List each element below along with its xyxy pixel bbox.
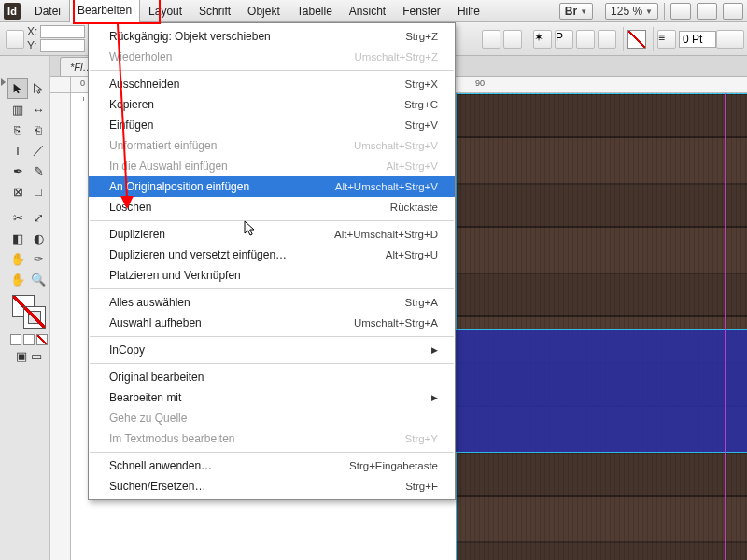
fill-stroke-proxy[interactable] <box>10 293 48 330</box>
select-container-icon[interactable] <box>482 30 500 49</box>
menu-item-label: Original bearbeiten <box>109 371 438 384</box>
menu-item[interactable]: Bearbeiten mit▶ <box>89 387 455 408</box>
x-field[interactable] <box>40 25 85 38</box>
menu-item[interactable]: Schnell anwenden…Strg+Eingabetaste <box>89 455 455 476</box>
menu-datei[interactable]: Datei <box>26 0 69 22</box>
rectangle-frame[interactable] <box>456 330 747 452</box>
content-placer-tool[interactable]: ⎗ <box>28 119 49 140</box>
menu-item-label: In die Auswahl einfügen <box>109 160 386 173</box>
menu-item-shortcut: Umschalt+Strg+Z <box>355 51 438 63</box>
pencil-tool[interactable]: ✎ <box>28 161 49 181</box>
corner-options-icon[interactable] <box>576 30 595 49</box>
gap-tool[interactable]: ↔ <box>28 99 49 119</box>
menu-item-label: Unformatiert einfügen <box>109 139 354 152</box>
stroke-swatch[interactable] <box>23 306 46 329</box>
scissors-tool[interactable]: ✂ <box>7 207 28 228</box>
zoom-tool[interactable]: 🔍 <box>28 269 49 289</box>
preview-mode-icon[interactable]: ▭ <box>30 349 43 362</box>
menu-separator <box>90 70 454 71</box>
pen-tool[interactable]: ✒ <box>7 161 28 181</box>
menu-item-label: Löschen <box>109 201 390 214</box>
text-wrap-icon[interactable]: ✶ <box>533 30 552 49</box>
selection-tool[interactable] <box>7 78 28 99</box>
apply-color-swatch[interactable] <box>10 334 21 345</box>
menu-item[interactable]: LöschenRücktaste <box>89 197 455 217</box>
y-field[interactable] <box>40 39 85 52</box>
note-tool[interactable]: ✋ <box>7 248 28 269</box>
menu-item-label: Gehe zu Quelle <box>109 412 438 425</box>
type-on-path-tool[interactable]: ／ <box>28 140 49 161</box>
toolbox: ▥↔ ⎘⎗ T／ ✒✎ ⊠□ ✂⤢ ◧◐ ✋✑ ✋🔍 ▣▭ <box>7 56 50 560</box>
apply-gradient-swatch[interactable] <box>23 334 35 345</box>
page-tool[interactable]: ▥ <box>7 99 28 119</box>
menu-schrift[interactable]: Schrift <box>190 0 239 22</box>
stroke-weight-value: 0 Pt <box>683 33 702 46</box>
menu-item[interactable]: Rückgängig: Objekt verschiebenStrg+Z <box>89 26 455 47</box>
menu-bearbeiten[interactable]: Bearbeiten <box>69 0 140 22</box>
menu-item-shortcut: Strg+A <box>405 297 438 308</box>
menu-separator <box>90 288 454 289</box>
menu-item[interactable]: EinfügenStrg+V <box>89 115 455 135</box>
fill-swatch-none[interactable] <box>627 30 646 49</box>
menu-item[interactable]: AusschneidenStrg+X <box>89 74 455 94</box>
text-wrap-icon[interactable]: P <box>555 30 573 49</box>
arrange-button[interactable] <box>723 3 743 20</box>
align-icon[interactable] <box>598 30 616 49</box>
menu-objekt[interactable]: Objekt <box>239 0 289 22</box>
zoom-level[interactable]: 125 %▼ <box>605 3 658 20</box>
rectangle-tool[interactable]: □ <box>28 181 49 202</box>
content-collector-tool[interactable]: ⎘ <box>7 119 28 140</box>
app-logo: Id <box>4 3 21 20</box>
menu-item[interactable]: Duplizieren und versetzt einfügen…Alt+St… <box>89 245 455 265</box>
divider <box>664 3 665 20</box>
menu-item[interactable]: InCopy▶ <box>89 340 455 360</box>
transform-tool[interactable]: ⤢ <box>28 207 49 228</box>
menu-item[interactable]: DuplizierenAlt+Umschalt+Strg+D <box>89 224 455 245</box>
menu-item-shortcut: Umschalt+Strg+V <box>354 140 438 151</box>
stroke-weight-field[interactable]: 0 Pt <box>679 31 716 48</box>
menu-layout[interactable]: Layout <box>140 0 190 22</box>
menu-item[interactable]: An Originalposition einfügenAlt+Umschalt… <box>89 176 455 197</box>
menu-ansicht[interactable]: Ansicht <box>341 0 394 22</box>
direct-selection-tool[interactable] <box>28 78 49 99</box>
type-tool[interactable]: T <box>7 140 28 161</box>
ruler-tick: 90 <box>475 78 485 88</box>
ruler-origin[interactable] <box>50 77 71 93</box>
menu-fenster[interactable]: Fenster <box>394 0 449 22</box>
menu-item[interactable]: Alles auswählenStrg+A <box>89 292 455 313</box>
chevron-down-icon: ▼ <box>645 7 653 16</box>
menu-item[interactable]: Auswahl aufhebenUmschalt+Strg+A <box>89 313 455 333</box>
menu-item[interactable]: Original bearbeiten <box>89 367 455 387</box>
menu-item[interactable]: KopierenStrg+C <box>89 94 455 115</box>
placed-image[interactable] <box>456 93 747 560</box>
reference-point-widget[interactable] <box>6 30 24 49</box>
screen-mode-button[interactable] <box>697 3 717 20</box>
guide-vertical[interactable] <box>725 93 726 560</box>
menu-item-label: Einfügen <box>109 119 405 132</box>
menu-item-label: Bearbeiten mit <box>109 391 426 404</box>
gradient-feather-tool[interactable]: ◐ <box>28 228 49 248</box>
menu-hilfe[interactable]: Hilfe <box>449 0 488 22</box>
vertical-ruler[interactable] <box>50 93 71 560</box>
frame-tool[interactable]: ⊠ <box>7 181 28 202</box>
submenu-arrow-icon: ▶ <box>431 345 438 355</box>
menu-tabelle[interactable]: Tabelle <box>289 0 341 22</box>
stroke-style-dropdown[interactable] <box>716 30 744 49</box>
normal-mode-icon[interactable]: ▣ <box>15 349 28 362</box>
select-content-icon[interactable] <box>503 30 522 49</box>
hand-tool[interactable]: ✋ <box>7 269 28 289</box>
gradient-swatch-tool[interactable]: ◧ <box>7 228 28 248</box>
menu-item[interactable]: Platzieren und Verknüpfen <box>89 265 455 286</box>
view-options-button[interactable] <box>670 3 691 20</box>
bridge-label: Br <box>565 5 577 18</box>
bridge-button[interactable]: Br▼ <box>559 3 593 20</box>
divider <box>623 27 624 51</box>
panel-collapse-strip[interactable] <box>0 56 7 560</box>
menu-item-label: Suchen/Ersetzen… <box>109 480 405 493</box>
menu-separator <box>90 452 454 453</box>
expand-icon <box>1 78 6 86</box>
apply-none-swatch[interactable] <box>36 334 48 345</box>
eyedropper-tool[interactable]: ✑ <box>28 248 49 269</box>
edit-menu-dropdown: Rückgängig: Objekt verschiebenStrg+ZWied… <box>88 22 456 500</box>
menu-item[interactable]: Suchen/Ersetzen…Strg+F <box>89 476 455 497</box>
